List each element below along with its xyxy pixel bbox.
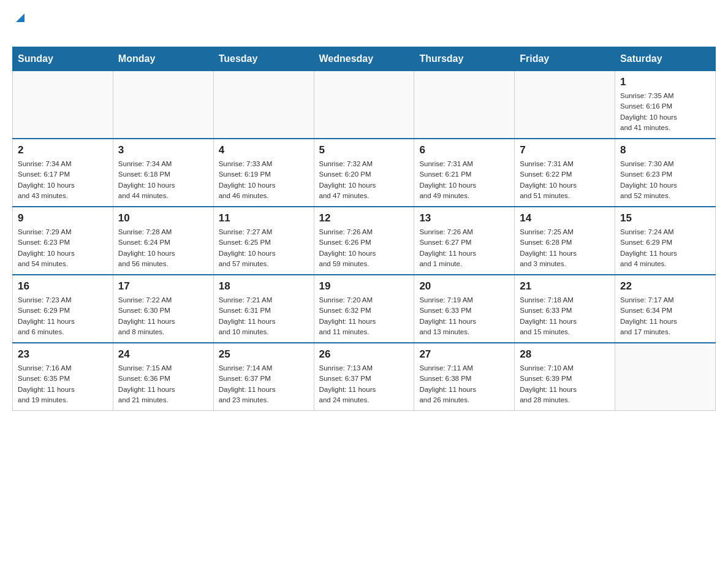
day-number: 16 [18,280,108,293]
day-info: Sunrise: 7:30 AM Sunset: 6:23 PM Dayligh… [620,159,710,201]
day-number: 28 [520,348,610,361]
day-info: Sunrise: 7:25 AM Sunset: 6:28 PM Dayligh… [520,227,610,269]
calendar-day-cell: 18Sunrise: 7:21 AM Sunset: 6:31 PM Dayli… [213,275,314,343]
calendar-day-cell: 21Sunrise: 7:18 AM Sunset: 6:33 PM Dayli… [515,275,615,343]
calendar-day-cell: 9Sunrise: 7:29 AM Sunset: 6:23 PM Daylig… [13,207,113,275]
day-info: Sunrise: 7:32 AM Sunset: 6:20 PM Dayligh… [319,159,409,201]
calendar-day-cell: 6Sunrise: 7:31 AM Sunset: 6:21 PM Daylig… [414,139,515,207]
day-number: 21 [520,280,610,293]
calendar-table: SundayMondayTuesdayWednesdayThursdayFrid… [12,47,716,411]
calendar-day-cell: 10Sunrise: 7:28 AM Sunset: 6:24 PM Dayli… [113,207,213,275]
day-number: 27 [419,348,509,361]
day-number: 3 [118,144,208,156]
day-info: Sunrise: 7:23 AM Sunset: 6:29 PM Dayligh… [18,295,108,337]
day-number: 13 [419,212,509,224]
calendar-day-cell: 11Sunrise: 7:27 AM Sunset: 6:25 PM Dayli… [213,207,314,275]
calendar-day-cell: 7Sunrise: 7:31 AM Sunset: 6:22 PM Daylig… [515,139,615,207]
day-number: 23 [18,348,108,361]
logo [12,12,27,40]
day-number: 15 [620,212,710,224]
calendar-header-tuesday: Tuesday [213,47,314,71]
calendar-day-cell: 1Sunrise: 7:35 AM Sunset: 6:16 PM Daylig… [615,71,716,139]
day-info: Sunrise: 7:29 AM Sunset: 6:23 PM Dayligh… [18,227,108,269]
day-info: Sunrise: 7:31 AM Sunset: 6:21 PM Dayligh… [419,159,509,201]
day-number: 6 [419,144,509,156]
day-number: 8 [620,144,710,156]
day-info: Sunrise: 7:27 AM Sunset: 6:25 PM Dayligh… [219,227,309,269]
calendar-day-cell: 24Sunrise: 7:15 AM Sunset: 6:36 PM Dayli… [113,343,213,411]
calendar-day-cell: 20Sunrise: 7:19 AM Sunset: 6:33 PM Dayli… [414,275,515,343]
day-number: 26 [319,348,409,361]
calendar-header-wednesday: Wednesday [314,47,414,71]
calendar-day-cell: 28Sunrise: 7:10 AM Sunset: 6:39 PM Dayli… [515,343,615,411]
calendar-day-cell: 26Sunrise: 7:13 AM Sunset: 6:37 PM Dayli… [314,343,414,411]
calendar-day-cell: 5Sunrise: 7:32 AM Sunset: 6:20 PM Daylig… [314,139,414,207]
calendar-header-saturday: Saturday [615,47,716,71]
day-info: Sunrise: 7:15 AM Sunset: 6:36 PM Dayligh… [118,363,208,405]
day-number: 2 [18,144,108,156]
day-info: Sunrise: 7:35 AM Sunset: 6:16 PM Dayligh… [620,91,710,133]
page-header [12,12,716,40]
calendar-week-row: 23Sunrise: 7:16 AM Sunset: 6:35 PM Dayli… [13,343,716,411]
day-info: Sunrise: 7:17 AM Sunset: 6:34 PM Dayligh… [620,295,710,337]
calendar-day-cell: 3Sunrise: 7:34 AM Sunset: 6:18 PM Daylig… [113,139,213,207]
calendar-day-cell: 25Sunrise: 7:14 AM Sunset: 6:37 PM Dayli… [213,343,314,411]
calendar-day-cell: 23Sunrise: 7:16 AM Sunset: 6:35 PM Dayli… [13,343,113,411]
day-info: Sunrise: 7:10 AM Sunset: 6:39 PM Dayligh… [520,363,610,405]
calendar-week-row: 9Sunrise: 7:29 AM Sunset: 6:23 PM Daylig… [13,207,716,275]
day-info: Sunrise: 7:31 AM Sunset: 6:22 PM Dayligh… [520,159,610,201]
day-info: Sunrise: 7:33 AM Sunset: 6:19 PM Dayligh… [219,159,309,201]
day-number: 4 [219,144,309,156]
calendar-week-row: 2Sunrise: 7:34 AM Sunset: 6:17 PM Daylig… [13,139,716,207]
svg-marker-0 [16,13,25,22]
calendar-day-cell: 14Sunrise: 7:25 AM Sunset: 6:28 PM Dayli… [515,207,615,275]
day-info: Sunrise: 7:14 AM Sunset: 6:37 PM Dayligh… [219,363,309,405]
calendar-day-cell [515,71,615,139]
day-number: 5 [319,144,409,156]
calendar-day-cell: 15Sunrise: 7:24 AM Sunset: 6:29 PM Dayli… [615,207,716,275]
day-number: 25 [219,348,309,361]
calendar-day-cell [615,343,716,411]
day-info: Sunrise: 7:28 AM Sunset: 6:24 PM Dayligh… [118,227,208,269]
day-info: Sunrise: 7:21 AM Sunset: 6:31 PM Dayligh… [219,295,309,337]
day-info: Sunrise: 7:19 AM Sunset: 6:33 PM Dayligh… [419,295,509,337]
calendar-day-cell: 19Sunrise: 7:20 AM Sunset: 6:32 PM Dayli… [314,275,414,343]
calendar-header-friday: Friday [515,47,615,71]
day-info: Sunrise: 7:13 AM Sunset: 6:37 PM Dayligh… [319,363,409,405]
day-info: Sunrise: 7:22 AM Sunset: 6:30 PM Dayligh… [118,295,208,337]
day-number: 18 [219,280,309,293]
logo-triangle-icon [13,11,27,25]
calendar-day-cell: 4Sunrise: 7:33 AM Sunset: 6:19 PM Daylig… [213,139,314,207]
day-number: 11 [219,212,309,224]
calendar-header-sunday: Sunday [13,47,113,71]
day-info: Sunrise: 7:11 AM Sunset: 6:38 PM Dayligh… [419,363,509,405]
calendar-day-cell [414,71,515,139]
day-number: 1 [620,76,710,88]
calendar-week-row: 16Sunrise: 7:23 AM Sunset: 6:29 PM Dayli… [13,275,716,343]
calendar-day-cell: 13Sunrise: 7:26 AM Sunset: 6:27 PM Dayli… [414,207,515,275]
day-info: Sunrise: 7:26 AM Sunset: 6:27 PM Dayligh… [419,227,509,269]
day-number: 20 [419,280,509,293]
calendar-day-cell: 12Sunrise: 7:26 AM Sunset: 6:26 PM Dayli… [314,207,414,275]
calendar-day-cell: 8Sunrise: 7:30 AM Sunset: 6:23 PM Daylig… [615,139,716,207]
calendar-day-cell [213,71,314,139]
day-number: 17 [118,280,208,293]
day-number: 24 [118,348,208,361]
calendar-day-cell [314,71,414,139]
calendar-day-cell: 27Sunrise: 7:11 AM Sunset: 6:38 PM Dayli… [414,343,515,411]
day-info: Sunrise: 7:16 AM Sunset: 6:35 PM Dayligh… [18,363,108,405]
day-number: 12 [319,212,409,224]
calendar-day-cell [13,71,113,139]
day-info: Sunrise: 7:20 AM Sunset: 6:32 PM Dayligh… [319,295,409,337]
day-number: 7 [520,144,610,156]
day-number: 22 [620,280,710,293]
calendar-day-cell: 2Sunrise: 7:34 AM Sunset: 6:17 PM Daylig… [13,139,113,207]
day-info: Sunrise: 7:24 AM Sunset: 6:29 PM Dayligh… [620,227,710,269]
day-number: 14 [520,212,610,224]
day-number: 9 [18,212,108,224]
day-info: Sunrise: 7:34 AM Sunset: 6:17 PM Dayligh… [18,159,108,201]
day-info: Sunrise: 7:26 AM Sunset: 6:26 PM Dayligh… [319,227,409,269]
day-number: 19 [319,280,409,293]
day-info: Sunrise: 7:34 AM Sunset: 6:18 PM Dayligh… [118,159,208,201]
day-info: Sunrise: 7:18 AM Sunset: 6:33 PM Dayligh… [520,295,610,337]
